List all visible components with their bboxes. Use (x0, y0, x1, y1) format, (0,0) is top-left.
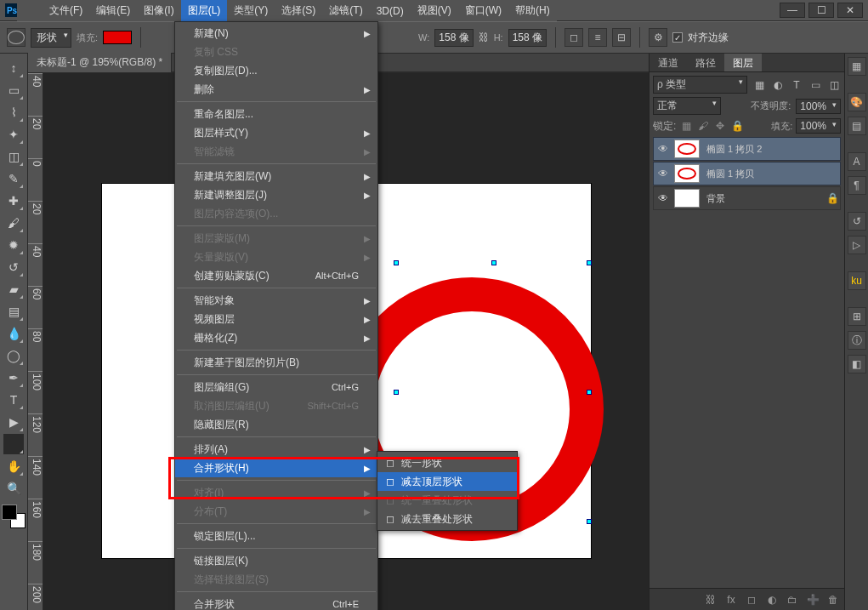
panel-tab[interactable]: 路径 (687, 54, 724, 71)
move-tool[interactable]: ↕ (3, 58, 24, 78)
shape-mode-select[interactable]: 形状 (31, 28, 71, 48)
window-minimize-button[interactable]: — (780, 3, 805, 18)
layer-fill-value[interactable]: 100% (796, 118, 841, 134)
eraser-tool[interactable]: ▰ (3, 279, 24, 299)
dodge-tool[interactable]: ◯ (3, 345, 24, 366)
type-tool[interactable]: T (3, 390, 24, 410)
width-value[interactable]: 158 像 (434, 29, 473, 47)
tool-preset-icon[interactable] (7, 28, 26, 47)
filter-shape-icon[interactable]: ▭ (808, 78, 822, 92)
menu-item[interactable]: 视频图层▶ (175, 310, 377, 328)
menu-item[interactable]: 新建(N)▶ (175, 24, 377, 43)
ku-panel-icon[interactable]: ku (848, 271, 866, 290)
filter-type-icon[interactable]: T (790, 78, 803, 92)
submenu-item[interactable]: ◻减去顶层形状 (377, 472, 517, 491)
menu-item[interactable]: 合并形状(H)▶ (175, 459, 377, 477)
new-layer-icon[interactable]: ➕ (805, 592, 820, 607)
fill-color-swatch[interactable] (103, 31, 132, 44)
layer-thumbnail[interactable] (674, 140, 700, 158)
magic-wand-tool[interactable]: ✦ (3, 124, 24, 145)
menu-item[interactable]: 新建基于图层的切片(B) (175, 353, 377, 372)
layer-row[interactable]: 👁背景🔒 (653, 186, 841, 210)
menu-item[interactable]: 栅格化(Z)▶ (175, 328, 377, 347)
history-brush-tool[interactable]: ↺ (3, 257, 24, 277)
navigator-panel-icon[interactable]: ◧ (848, 355, 866, 373)
layer-name[interactable]: 背景 (703, 192, 826, 205)
path-selection-tool[interactable]: ▶ (3, 412, 24, 432)
layer-name[interactable]: 椭圆 1 拷贝 (703, 168, 840, 180)
height-value[interactable]: 158 像 (508, 29, 547, 47)
lock-all-icon[interactable]: 🔒 (730, 119, 744, 133)
panel-tab[interactable]: 图层 (724, 54, 762, 71)
layer-row[interactable]: 👁椭圆 1 拷贝 2 (653, 137, 841, 161)
visibility-icon[interactable]: 👁 (655, 143, 671, 155)
menu-item[interactable]: 窗口(W) (458, 0, 508, 22)
document-tab[interactable]: 未标题-1 @ 195%(RGB/8) * (28, 53, 172, 72)
layer-mask-icon[interactable]: ◻ (744, 592, 759, 607)
menu-item[interactable]: 文件(F) (43, 0, 89, 22)
menu-item[interactable]: 智能对象▶ (175, 291, 377, 310)
history-panel-icon[interactable]: ↺ (848, 212, 866, 231)
filter-pixel-icon[interactable]: ▦ (752, 78, 766, 92)
hand-tool[interactable]: ✋ (3, 456, 24, 476)
menu-item[interactable]: 新建填充图层(W)▶ (175, 167, 377, 185)
swatches-panel-icon[interactable]: ▤ (848, 117, 866, 135)
eyedropper-tool[interactable]: ✎ (3, 168, 24, 189)
menu-item[interactable]: 锁定图层(L)... (175, 527, 377, 545)
menu-item[interactable]: 帮助(H) (508, 0, 557, 22)
menu-item[interactable]: 视图(V) (411, 0, 458, 22)
menu-item[interactable]: 图像(I) (137, 0, 180, 22)
crop-tool[interactable]: ◫ (3, 146, 24, 167)
menu-item[interactable]: 编辑(E) (89, 0, 137, 22)
lasso-tool[interactable]: ⌇ (3, 102, 24, 123)
layer-thumbnail[interactable] (674, 164, 700, 183)
path-arrangement-icon[interactable]: ⊟ (612, 28, 631, 47)
gradient-tool[interactable]: ▤ (3, 301, 24, 322)
blur-tool[interactable]: 💧 (3, 323, 24, 344)
info-panel-icon[interactable]: ⓘ (848, 331, 866, 350)
menu-item[interactable]: 重命名图层... (175, 105, 377, 123)
menu-item[interactable]: 删除▶ (175, 80, 377, 99)
submenu-item[interactable]: ◻减去重叠处形状 (377, 510, 517, 528)
layer-row[interactable]: 👁椭圆 1 拷贝 (653, 162, 841, 185)
color-panel-icon[interactable]: 🎨 (848, 93, 866, 111)
submenu-item[interactable]: ◻统一形状 (377, 453, 517, 472)
visibility-icon[interactable]: 👁 (655, 168, 671, 180)
menu-item[interactable]: 图层样式(Y)▶ (175, 123, 377, 142)
panel-tab[interactable]: 通道 (650, 54, 687, 71)
menu-item[interactable]: 图层编组(G)Ctrl+G (175, 378, 377, 396)
layer-style-icon[interactable]: fx (723, 592, 739, 607)
menu-item[interactable]: 滤镜(T) (322, 0, 369, 22)
lock-transparency-icon[interactable]: ▦ (679, 119, 693, 133)
marquee-tool[interactable]: ▭ (3, 80, 24, 100)
zoom-tool[interactable]: 🔍 (3, 478, 24, 499)
adjustment-layer-icon[interactable]: ◐ (764, 592, 780, 607)
align-edges-checkbox[interactable] (672, 32, 683, 43)
right-extend-icon[interactable]: ▦ (848, 57, 866, 76)
menu-item[interactable]: 复制图层(D)... (175, 61, 377, 80)
lock-position-icon[interactable]: ✥ (713, 119, 727, 133)
opacity-value[interactable]: 100% (796, 99, 841, 114)
window-maximize-button[interactable]: ☐ (808, 3, 834, 18)
stamp-tool[interactable]: ✹ (3, 235, 24, 255)
layer-thumbnail[interactable] (674, 189, 700, 208)
healing-tool[interactable]: ✚ (3, 191, 24, 211)
layer-name[interactable]: 椭圆 1 拷贝 2 (703, 143, 840, 156)
path-operations-icon[interactable]: ◻ (564, 28, 583, 47)
settings-icon[interactable]: ⚙ (649, 28, 667, 47)
menu-item[interactable]: 新建调整图层(J)▶ (175, 185, 377, 204)
character-panel-icon[interactable]: A (848, 152, 866, 171)
actions-panel-icon[interactable]: ▷ (848, 236, 866, 254)
lock-image-icon[interactable]: 🖌 (696, 119, 710, 133)
filter-smart-icon[interactable]: ◫ (827, 78, 841, 92)
menu-item[interactable]: 链接图层(K) (175, 551, 377, 570)
menu-item[interactable]: 排列(A)▶ (175, 440, 377, 459)
ellipse-tool[interactable] (3, 434, 24, 454)
link-icon[interactable]: ⛓ (479, 31, 489, 43)
pen-tool[interactable]: ✒ (3, 368, 24, 388)
group-icon[interactable]: 🗀 (785, 592, 800, 607)
visibility-icon[interactable]: 👁 (655, 192, 671, 204)
menu-item[interactable]: 隐藏图层(R) (175, 415, 377, 434)
window-close-button[interactable]: ✕ (837, 3, 863, 18)
properties-panel-icon[interactable]: ⊞ (848, 307, 866, 326)
